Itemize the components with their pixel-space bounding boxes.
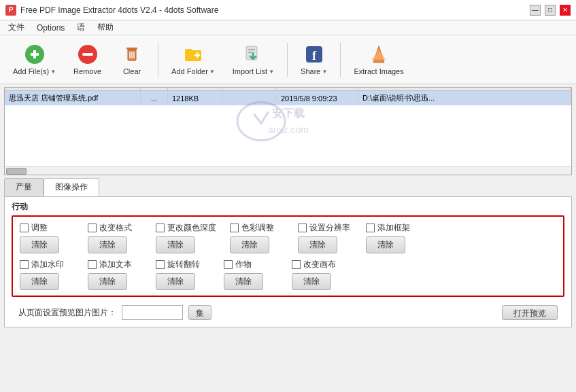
maximize-button[interactable]: □ — [545, 5, 556, 16]
add-folder-label: Add Folder — [171, 67, 208, 75]
action-add-frame: 添加框架 清除 — [366, 222, 420, 253]
table-row[interactable]: 思迅天店 店铺管理系统.pdf ... 1218KB 2019/5/8 9:09… — [5, 91, 571, 105]
svg-point-19 — [237, 103, 285, 141]
action-add-watermark-checkbox[interactable] — [20, 260, 29, 269]
add-files-label-row: Add File(s) ▼ — [13, 67, 56, 75]
svg-rect-14 — [248, 52, 252, 53]
action-adjust-clear-btn[interactable]: 清除 — [20, 236, 59, 253]
svg-text:安下载: 安下载 — [271, 107, 305, 119]
action-adjust-checkbox-row: 调整 — [20, 222, 48, 234]
action-set-resolution: 设置分辨率 清除 — [298, 222, 352, 253]
action-crop-checkbox[interactable] — [224, 260, 233, 269]
action-color-adjust-clear-btn[interactable]: 清除 — [230, 236, 269, 253]
action-crop-label: 作物 — [235, 259, 252, 270]
add-folder-button[interactable]: Add Folder ▼ — [164, 39, 222, 81]
clear-button[interactable]: Clear — [112, 39, 152, 81]
import-list-label-row: Import List ▼ — [233, 67, 274, 75]
svg-rect-13 — [248, 49, 255, 50]
bottom-row: 从页面设置预览图片图片： 集 打开预览 — [12, 302, 564, 323]
remove-button[interactable]: Remove — [66, 39, 109, 81]
share-button[interactable]: f Share ▼ — [293, 39, 335, 81]
action-set-resolution-checkbox-row: 设置分辨率 — [298, 222, 350, 234]
action-change-color-depth-label: 更改颜色深度 — [167, 222, 216, 234]
toolbar-sep-2 — [287, 43, 288, 77]
import-list-button[interactable]: Import List ▼ — [225, 39, 282, 81]
extract-images-button[interactable]: Extract Images — [346, 39, 411, 81]
file-path-cell: D:\桌面\说明书\思迅... — [358, 91, 571, 105]
action-adjust-checkbox[interactable] — [20, 224, 29, 232]
col-header-path — [358, 88, 571, 90]
collect-button[interactable]: 集 — [188, 305, 211, 320]
action-add-watermark-label: 添加水印 — [31, 259, 64, 270]
svg-marker-18 — [372, 49, 386, 60]
action-change-color-depth-clear-btn[interactable]: 清除 — [156, 236, 195, 253]
menu-help[interactable]: 帮助 — [92, 20, 119, 35]
action-change-canvas-checkbox-row: 改变画布 — [292, 259, 336, 270]
action-set-resolution-checkbox[interactable] — [298, 224, 307, 232]
menu-file[interactable]: 文件 — [3, 20, 30, 35]
action-add-frame-checkbox[interactable] — [366, 224, 375, 232]
action-add-watermark-checkbox-row: 添加水印 — [20, 259, 64, 270]
action-change-color-depth-checkbox[interactable] — [156, 224, 165, 232]
action-change-format-clear-btn[interactable]: 清除 — [88, 236, 127, 253]
actions-row-2: 添加水印 清除 添加文本 清除 旋转翻转 清除 — [20, 259, 556, 290]
action-set-resolution-label: 设置分辨率 — [309, 222, 350, 234]
add-folder-arrow: ▼ — [209, 69, 215, 75]
col-header-name — [5, 88, 141, 90]
tabs-area: 产量 图像操作 行动 调整 清除 改变格式 — [4, 178, 572, 327]
col-header-empty — [222, 88, 277, 90]
menu-options[interactable]: Options — [31, 22, 70, 34]
action-adjust-label: 调整 — [31, 222, 48, 234]
action-color-adjust: 色彩调整 清除 — [230, 222, 284, 253]
action-change-canvas-checkbox[interactable] — [292, 260, 301, 269]
svg-rect-4 — [82, 53, 93, 56]
add-files-icon — [24, 43, 46, 65]
action-add-text-clear-btn[interactable]: 清除 — [88, 273, 127, 290]
action-change-canvas-clear-btn[interactable]: 清除 — [292, 273, 331, 290]
action-add-text: 添加文本 清除 — [88, 259, 142, 290]
close-button[interactable]: ✕ — [560, 5, 571, 16]
action-add-text-checkbox-row: 添加文本 — [88, 259, 132, 270]
minimize-button[interactable]: — — [530, 5, 541, 16]
add-folder-icon — [182, 43, 204, 65]
action-rotate-flip-checkbox[interactable] — [156, 260, 165, 269]
action-add-watermark-clear-btn[interactable]: 清除 — [20, 273, 59, 290]
col-header-date — [277, 88, 358, 90]
tab-image-ops[interactable]: 图像操作 — [44, 178, 99, 196]
menu-language[interactable]: 语 — [71, 20, 90, 35]
actions-row-1: 调整 清除 改变格式 清除 更改颜色深度 清除 — [20, 222, 556, 253]
action-rotate-flip-checkbox-row: 旋转翻转 — [156, 259, 200, 270]
action-add-text-label: 添加文本 — [99, 259, 132, 270]
action-rotate-flip-clear-btn[interactable]: 清除 — [156, 273, 195, 290]
horizontal-scrollbar[interactable] — [5, 166, 571, 175]
tab-content-image-ops: 行动 调整 清除 改变格式 清除 — [4, 196, 572, 327]
file-name-cell: 思迅天店 店铺管理系统.pdf — [5, 91, 141, 105]
scrollbar-thumb[interactable] — [6, 168, 27, 175]
toolbar-sep-3 — [340, 43, 341, 77]
action-crop-clear-btn[interactable]: 清除 — [224, 273, 263, 290]
action-set-resolution-clear-btn[interactable]: 清除 — [298, 236, 337, 253]
action-add-frame-clear-btn[interactable]: 清除 — [366, 236, 405, 253]
preview-page-input[interactable] — [122, 305, 183, 320]
file-empty-cell — [222, 96, 277, 101]
toolbar: Add File(s) ▼ Remove Clear — [0, 35, 576, 84]
tabs-row: 产量 图像操作 — [4, 178, 572, 196]
remove-icon — [77, 43, 99, 65]
action-change-color-depth-checkbox-row: 更改颜色深度 — [156, 222, 216, 234]
add-files-arrow: ▼ — [50, 69, 56, 75]
action-change-format-checkbox[interactable] — [88, 224, 97, 232]
tab-output[interactable]: 产量 — [4, 178, 44, 196]
action-color-adjust-checkbox[interactable] — [230, 224, 239, 232]
remove-label: Remove — [73, 67, 101, 75]
share-label-row: Share ▼ — [301, 67, 327, 75]
svg-text:anxz.com: anxz.com — [268, 124, 309, 135]
share-icon: f — [303, 43, 325, 65]
action-add-text-checkbox[interactable] — [88, 260, 97, 269]
file-list-area: 思迅天店 店铺管理系统.pdf ... 1218KB 2019/5/8 9:09… — [4, 87, 572, 175]
actions-box: 调整 清除 改变格式 清除 更改颜色深度 清除 — [12, 215, 564, 297]
action-change-color-depth: 更改颜色深度 清除 — [156, 222, 216, 253]
action-change-canvas: 改变画布 清除 — [292, 259, 346, 290]
open-preview-button[interactable]: 打开预览 — [502, 305, 558, 320]
add-files-button[interactable]: Add File(s) ▼ — [5, 39, 63, 81]
svg-rect-2 — [33, 50, 36, 58]
